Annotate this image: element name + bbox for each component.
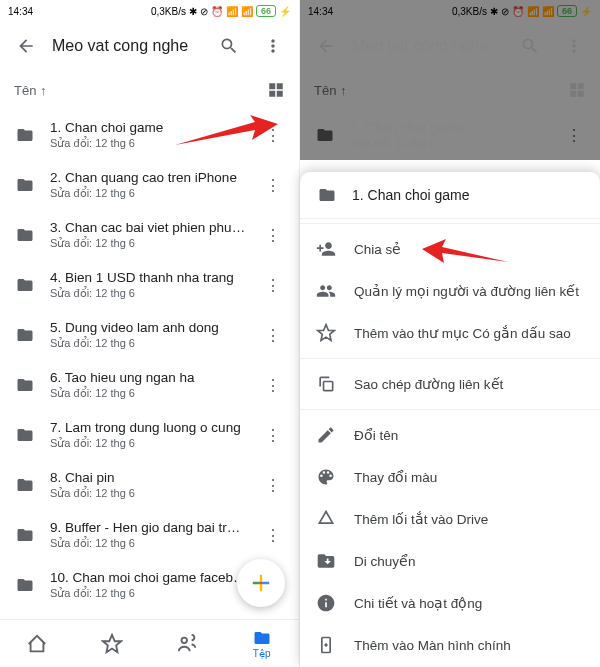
file-item[interactable]: 2. Chan quang cao tren iPhone Sửa đổi: 1…: [0, 160, 299, 210]
file-item[interactable]: 9. Buffer - Hen gio dang bai tren Face..…: [0, 510, 299, 560]
charging-icon: ⚡: [279, 6, 291, 17]
folder-icon: [14, 326, 36, 344]
dnd-icon: ⊘: [501, 6, 509, 17]
file-meta: Sửa đổi: 12 thg 6: [50, 387, 247, 400]
file-item[interactable]: 3. Chan cac bai viet phien phuc tren f..…: [0, 210, 299, 260]
file-item[interactable]: 4. Bien 1 USD thanh nha trang Sửa đổi: 1…: [0, 260, 299, 310]
nav-files[interactable]: Tệp: [224, 620, 299, 667]
menu-add-star[interactable]: Thêm vào thư mục Có gắn dấu sao: [300, 312, 600, 354]
menu-label: Đổi tên: [354, 427, 398, 443]
menu-label: Thêm vào thư mục Có gắn dấu sao: [354, 325, 571, 341]
nav-shared[interactable]: [150, 620, 225, 667]
file-item[interactable]: 7. Lam trong dung luong o cung Sửa đổi: …: [0, 410, 299, 460]
folder-icon: [14, 426, 36, 444]
grid-view-icon[interactable]: [568, 81, 586, 99]
search-button[interactable]: [512, 28, 548, 64]
drive-shortcut-icon: [316, 509, 336, 529]
alarm-icon: ⏰: [211, 6, 223, 17]
file-meta: Sửa đổi: 12 thg 6: [50, 337, 247, 350]
status-time: 14:34: [308, 6, 333, 17]
sort-row[interactable]: Tên ↑: [0, 70, 299, 110]
menu-manage-people[interactable]: Quản lý mọi người và đường liên kết: [300, 270, 600, 312]
file-name: 5. Dung video lam anh dong: [50, 320, 247, 335]
file-more-button[interactable]: ⋮: [261, 173, 285, 197]
file-item[interactable]: 6. Tao hieu ung ngan ha Sửa đổi: 12 thg …: [0, 360, 299, 410]
right-screenshot: 14:34 0,3KB/s ✱ ⊘ ⏰ 📶 📶 66 ⚡ Meo vat con…: [300, 0, 600, 667]
menu-change-color[interactable]: Thay đổi màu: [300, 456, 600, 498]
menu-label: Chi tiết và hoạt động: [354, 595, 482, 611]
folder-move-icon: [316, 551, 336, 571]
menu-rename[interactable]: Đổi tên: [300, 414, 600, 456]
wifi-icon: 📶: [241, 6, 253, 17]
bluetooth-icon: ✱: [490, 6, 498, 17]
toolbar: Meo vat cong nghe: [0, 22, 299, 70]
file-list: 1. Chan choi game Sửa đổi: 12 thg 6 ⋮ 2.…: [0, 110, 299, 619]
file-more-button[interactable]: ⋮: [261, 273, 285, 297]
grid-view-icon[interactable]: [267, 81, 285, 99]
add-fab[interactable]: [237, 559, 285, 607]
file-name: 10. Chan moi choi game facebook: [50, 570, 247, 585]
file-more-button[interactable]: ⋮: [261, 223, 285, 247]
file-item[interactable]: 5. Dung video lam anh dong Sửa đổi: 12 t…: [0, 310, 299, 360]
nav-starred[interactable]: [75, 620, 150, 667]
dimmed-background: 14:34 0,3KB/s ✱ ⊘ ⏰ 📶 📶 66 ⚡ Meo vat con…: [300, 0, 600, 160]
file-name: 3. Chan cac bai viet phien phuc tren f..…: [50, 220, 247, 235]
folder-icon: [14, 276, 36, 294]
sort-label: Tên ↑: [14, 83, 47, 98]
back-button[interactable]: [8, 28, 44, 64]
page-title: Meo vat cong nghe: [352, 37, 504, 55]
file-more-button[interactable]: ⋮: [261, 373, 285, 397]
sheet-header: 1. Chan choi game: [300, 172, 600, 219]
menu-add-shortcut[interactable]: Thêm lối tắt vào Drive: [300, 498, 600, 540]
menu-label: Thêm lối tắt vào Drive: [354, 511, 488, 527]
menu-add-homescreen[interactable]: Thêm vào Màn hình chính: [300, 624, 600, 666]
svg-rect-1: [324, 382, 333, 391]
menu-label: Thay đổi màu: [354, 469, 437, 485]
back-button[interactable]: [308, 28, 344, 64]
nav-home[interactable]: [0, 620, 75, 667]
bluetooth-icon: ✱: [189, 6, 197, 17]
menu-details[interactable]: Chi tiết và hoạt động: [300, 582, 600, 624]
search-button[interactable]: [211, 28, 247, 64]
file-more-button[interactable]: ⋮: [261, 473, 285, 497]
folder-icon: [316, 186, 338, 204]
file-name: 1. Chan choi game: [350, 120, 548, 135]
folder-icon: [14, 126, 36, 144]
menu-copy-link[interactable]: Sao chép đường liên kết: [300, 363, 600, 405]
bottom-nav: Tệp: [0, 619, 299, 667]
status-bar: 14:34 0,3KB/s ✱ ⊘ ⏰ 📶 📶 66 ⚡: [0, 0, 299, 22]
status-time: 14:34: [8, 6, 33, 17]
battery-icon: 66: [557, 5, 577, 17]
left-screenshot: 14:34 0,3KB/s ✱ ⊘ ⏰ 📶 📶 66 ⚡ Meo vat con…: [0, 0, 300, 667]
file-more-button[interactable]: ⋮: [261, 423, 285, 447]
file-more-button[interactable]: ⋮: [562, 123, 586, 147]
wifi-icon: 📶: [542, 6, 554, 17]
file-more-button[interactable]: ⋮: [261, 523, 285, 547]
people-icon: [316, 281, 336, 301]
add-to-home-icon: [316, 635, 336, 655]
file-name: 6. Tao hieu ung ngan ha: [50, 370, 247, 385]
menu-label: Sao chép đường liên kết: [354, 376, 503, 392]
folder-icon: [314, 126, 336, 144]
more-button[interactable]: [255, 28, 291, 64]
folder-icon: [14, 476, 36, 494]
sheet-title: 1. Chan choi game: [352, 187, 470, 203]
palette-icon: [316, 467, 336, 487]
folder-icon: [14, 576, 36, 594]
menu-move[interactable]: Di chuyển: [300, 540, 600, 582]
file-item[interactable]: 8. Chai pin Sửa đổi: 12 thg 6 ⋮: [0, 460, 299, 510]
battery-icon: 66: [256, 5, 276, 17]
file-item[interactable]: 1. Chan choi game Sửa đổi: 12 thg 6 ⋮: [300, 110, 600, 160]
more-button[interactable]: [556, 28, 592, 64]
folder-icon: [14, 376, 36, 394]
file-meta: Sửa đổi: 12 thg 6: [50, 437, 247, 450]
file-meta: Sửa đổi: 12 thg 6: [350, 137, 548, 150]
status-net: 0,3KB/s: [452, 6, 487, 17]
file-meta: Sửa đổi: 12 thg 6: [50, 487, 247, 500]
file-name: 4. Bien 1 USD thanh nha trang: [50, 270, 247, 285]
edit-icon: [316, 425, 336, 445]
file-name: 8. Chai pin: [50, 470, 247, 485]
info-icon: [316, 593, 336, 613]
file-more-button[interactable]: ⋮: [261, 323, 285, 347]
dnd-icon: ⊘: [200, 6, 208, 17]
